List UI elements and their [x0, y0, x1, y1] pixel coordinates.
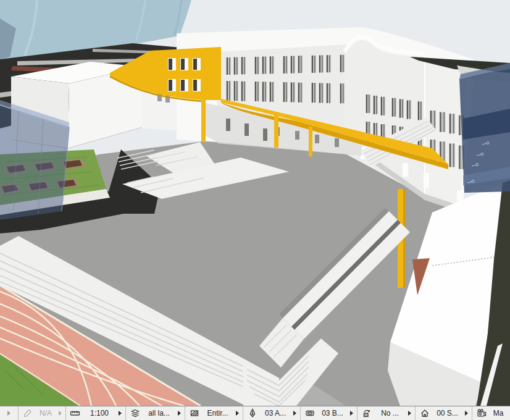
chevron-right-icon	[59, 411, 62, 416]
quick-option-renovation-filter[interactable]: No ...	[357, 406, 416, 420]
window	[286, 56, 287, 74]
quick-option-3d-view[interactable]: Ma	[472, 406, 510, 420]
window	[343, 83, 344, 103]
quick-option-label: N/A	[36, 409, 55, 418]
quick-option-label: 00 S...	[433, 409, 461, 418]
quick-option-label: No ...	[375, 409, 404, 418]
window	[440, 112, 441, 132]
window	[227, 57, 228, 75]
window	[236, 81, 238, 101]
window	[257, 57, 259, 74]
quick-options-bar: N/A 1:100 all la... Entir...	[0, 406, 510, 420]
window	[459, 146, 461, 169]
window	[399, 99, 401, 118]
chevron-right-icon	[178, 411, 181, 416]
quick-option-label: 1:100	[84, 409, 115, 418]
window	[327, 55, 328, 72]
chevron-right-icon	[350, 411, 353, 416]
chevron-right-icon	[236, 411, 239, 416]
window	[369, 94, 370, 113]
chevron-right-icon	[408, 411, 411, 416]
window	[265, 57, 266, 74]
window	[234, 57, 235, 75]
window	[322, 83, 323, 103]
window	[395, 98, 396, 117]
window	[301, 56, 302, 73]
window	[241, 82, 243, 101]
window	[444, 112, 445, 132]
window	[453, 114, 454, 133]
renovation-icon	[361, 408, 372, 418]
window	[229, 57, 230, 75]
window	[322, 56, 323, 73]
window	[298, 56, 299, 73]
window	[409, 101, 411, 119]
quick-option-partial-structure[interactable]: Entir...	[185, 406, 243, 420]
ruler-icon	[70, 408, 80, 418]
window	[376, 96, 377, 114]
camera-icon	[476, 408, 487, 418]
window	[291, 82, 292, 102]
window	[227, 81, 228, 101]
window	[314, 56, 316, 73]
home-icon	[419, 408, 430, 418]
window	[343, 55, 344, 72]
window	[449, 143, 451, 167]
quick-option-scale[interactable]: 1:100	[66, 406, 126, 420]
window	[374, 96, 375, 114]
window	[453, 143, 454, 167]
quick-option-label: 03 A...	[261, 409, 290, 418]
window	[293, 82, 295, 102]
window	[283, 56, 285, 74]
window	[381, 97, 382, 116]
window	[229, 81, 230, 101]
window	[291, 56, 292, 74]
zone-box-right	[459, 63, 510, 193]
window	[236, 57, 238, 75]
window	[392, 98, 393, 117]
quick-option-label: Entir...	[203, 409, 232, 418]
window	[327, 83, 328, 103]
window	[234, 81, 235, 101]
window	[270, 56, 271, 74]
window	[319, 56, 320, 73]
quick-option-model-view-options[interactable]: 03 B...	[301, 406, 357, 420]
chevron-right-icon	[119, 411, 122, 416]
window	[272, 56, 274, 74]
window	[383, 97, 385, 116]
quick-option-pen-override[interactable]: N/A	[19, 406, 66, 420]
layers-icon	[130, 408, 140, 418]
window	[257, 82, 259, 101]
application-window: N/A 1:100 all la... Entir...	[0, 0, 510, 420]
window	[272, 82, 274, 102]
chevron-right-icon	[465, 411, 468, 416]
chevron-right-icon	[7, 411, 10, 416]
pen-nib-icon	[247, 408, 257, 418]
chevron-right-icon	[293, 411, 296, 416]
window	[312, 83, 313, 103]
hatch-icon	[189, 408, 199, 418]
pen-icon	[22, 408, 33, 418]
quick-option-label: 03 B...	[319, 409, 346, 418]
window	[244, 57, 245, 74]
window	[262, 82, 264, 101]
window	[329, 55, 330, 72]
window	[329, 83, 330, 103]
window	[286, 82, 287, 102]
window	[265, 82, 266, 101]
window	[255, 57, 256, 74]
3d-viewport[interactable]	[0, 0, 510, 406]
window	[298, 83, 299, 103]
window	[270, 82, 271, 102]
window	[301, 83, 302, 103]
window	[293, 56, 295, 74]
window	[319, 83, 320, 103]
window	[314, 83, 316, 103]
quick-option-pen-set[interactable]: 03 A...	[243, 406, 301, 420]
window	[283, 82, 285, 102]
window	[244, 82, 245, 101]
quick-option-layer-combination[interactable]: all la...	[126, 406, 185, 420]
quick-option-home-story[interactable]: 00 S...	[416, 406, 472, 420]
quick-options-expand-button[interactable]	[0, 406, 19, 420]
quick-option-label: all la...	[144, 409, 174, 418]
